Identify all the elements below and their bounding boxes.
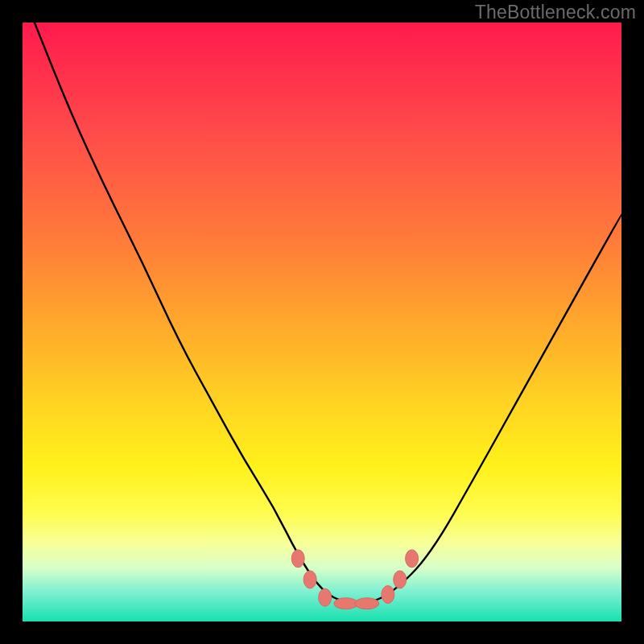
watermark-text: TheBottleneck.com xyxy=(475,2,636,23)
chart-svg xyxy=(23,23,621,621)
bottleneck-curve xyxy=(35,23,621,604)
plot-area xyxy=(23,23,621,621)
marker-point xyxy=(319,588,332,606)
marker-point xyxy=(334,598,358,609)
marker-point xyxy=(406,550,419,568)
chart-frame: TheBottleneck.com xyxy=(0,0,644,644)
marker-point xyxy=(382,586,394,604)
marker-point xyxy=(355,598,379,609)
marker-group xyxy=(291,550,418,609)
marker-point xyxy=(303,571,316,588)
marker-point xyxy=(394,571,407,588)
marker-point xyxy=(291,550,304,568)
